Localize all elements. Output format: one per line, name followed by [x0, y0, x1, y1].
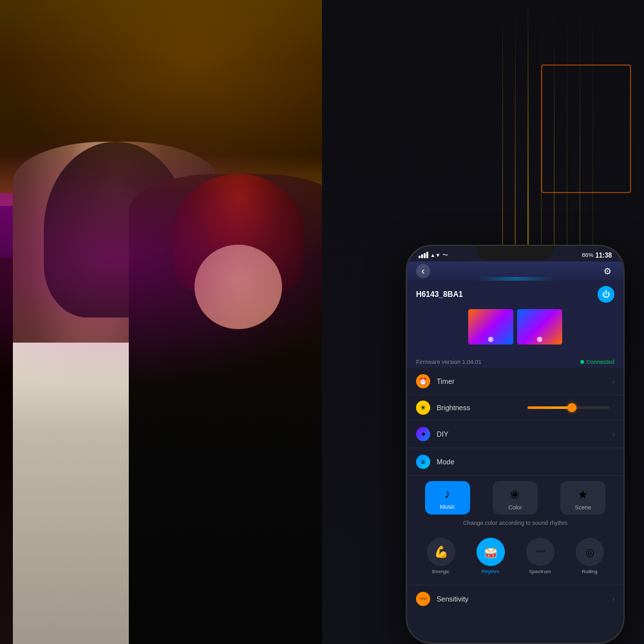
rhythm-icon: 🥁 — [477, 538, 505, 566]
phone-notch — [477, 246, 554, 260]
energic-icon: 💪 — [427, 538, 455, 566]
carrier-label: ▲▼ — [430, 252, 440, 258]
device-preview — [416, 307, 614, 347]
sensitivity-label: Sensitivity — [437, 595, 612, 603]
sub-mode-rhythm[interactable]: 🥁 Rhythm — [477, 538, 505, 574]
sub-mode-rolling[interactable]: ◎ Rolling — [576, 538, 604, 574]
sensitivity-icon: 〰 — [416, 592, 430, 606]
sensitivity-row[interactable]: 〰 Sensitivity › — [407, 585, 623, 612]
tab-music[interactable]: ♪ Music — [425, 481, 470, 515]
diy-chevron: › — [612, 431, 614, 438]
panel-dot-right — [537, 337, 542, 342]
sub-modes: 💪 Energic 🥁 Rhythm 〰 Spectrum ◎ Rolling — [416, 533, 614, 580]
status-left: ▲▼ 〜 — [419, 251, 448, 260]
tab-scene[interactable]: ★ Scene — [560, 481, 605, 515]
wifi-icon: 〜 — [442, 251, 448, 260]
signal-bar-1 — [419, 256, 421, 258]
scene-label: Scene — [575, 504, 592, 511]
spectrum-label: Spectrum — [529, 569, 551, 574]
rhythm-label: Rhythm — [482, 569, 500, 574]
color-icon: ❀ — [510, 488, 520, 502]
spectrum-icon: 〰 — [526, 538, 554, 566]
sub-mode-spectrum[interactable]: 〰 Spectrum — [526, 538, 554, 574]
diy-row[interactable]: ✦ DIY › — [407, 421, 623, 448]
connected-dot — [580, 360, 584, 364]
mode-icon: ≡ — [416, 455, 430, 469]
tab-color[interactable]: ❀ Color — [493, 481, 538, 515]
music-label: Music — [440, 504, 455, 510]
panel-dot-left — [488, 337, 493, 342]
device-section: H6143_8BA1 ⏻ — [407, 281, 623, 356]
signal-bar-3 — [424, 253, 426, 258]
timer-chevron: › — [612, 378, 614, 385]
app-header: ‹ ⚙ — [407, 261, 623, 281]
mode-tabs: ♪ Music ❀ Color ★ Scene — [416, 481, 614, 515]
timer-row[interactable]: ⏰ Timer › — [407, 368, 623, 395]
rolling-label: Rolling — [582, 569, 597, 574]
back-button[interactable]: ‹ — [416, 264, 430, 278]
mode-description: Change color according to sound rhythm — [416, 520, 614, 526]
firmware-label: Firmware version 1.04.01 — [416, 359, 482, 365]
phone-device: ▲▼ 〜 86% 11:38 ‹ ⚙ H6143_8BA1 ⏻ — [406, 245, 625, 644]
phone-body: ▲▼ 〜 86% 11:38 ‹ ⚙ H6143_8BA1 ⏻ — [406, 245, 625, 644]
diy-label: DIY — [437, 430, 612, 438]
brightness-label: Brightness — [437, 404, 518, 412]
mode-header-row[interactable]: ≡ Mode — [407, 448, 623, 476]
mode-section: ♪ Music ❀ Color ★ Scene Change color acc… — [407, 476, 623, 585]
signal-bar-2 — [421, 254, 423, 258]
panel-left — [468, 309, 513, 345]
brightness-thumb — [567, 403, 576, 412]
mode-label: Mode — [437, 458, 614, 466]
color-label: Color — [508, 504, 522, 511]
sensitivity-chevron: › — [612, 596, 614, 603]
device-name-row: H6143_8BA1 ⏻ — [416, 286, 614, 303]
scene-icon: ★ — [578, 488, 588, 502]
brightness-icon: ☀ — [416, 401, 430, 415]
firmware-row: Firmware version 1.04.01 Connected — [407, 356, 623, 368]
battery-percent: 86% — [582, 252, 593, 258]
timer-icon: ⏰ — [416, 374, 430, 388]
music-icon: ♪ — [444, 488, 450, 501]
connected-label: Connected — [586, 359, 614, 365]
panel-right — [517, 309, 562, 345]
rolling-icon: ◎ — [576, 538, 604, 566]
status-right: 86% 11:38 — [582, 252, 612, 259]
device-name: H6143_8BA1 — [416, 290, 463, 299]
phone-screen: ▲▼ 〜 86% 11:38 ‹ ⚙ H6143_8BA1 ⏻ — [407, 246, 623, 643]
settings-button[interactable]: ⚙ — [600, 264, 614, 278]
energic-label: Energic — [432, 569, 450, 574]
timer-label: Timer — [437, 377, 612, 385]
signal-bar-4 — [426, 252, 428, 258]
time-label: 11:38 — [595, 252, 612, 259]
brightness-row[interactable]: ☀ Brightness — [407, 395, 623, 421]
connection-badge: Connected — [580, 359, 614, 365]
sub-mode-energic[interactable]: 💪 Energic — [427, 538, 455, 574]
diy-icon: ✦ — [416, 427, 430, 441]
power-button[interactable]: ⏻ — [598, 286, 614, 303]
brightness-slider[interactable] — [527, 406, 609, 409]
